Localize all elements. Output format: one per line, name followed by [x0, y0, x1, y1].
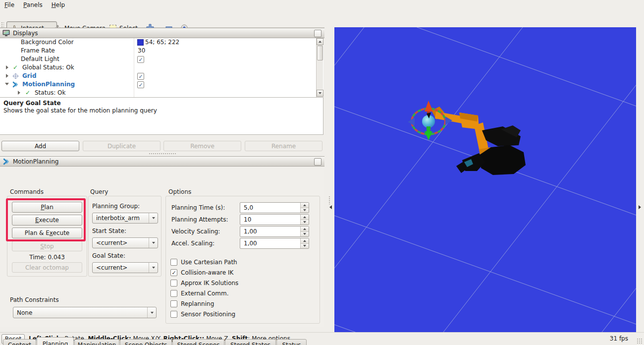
motionplanning-panel-header[interactable]: MotionPlanning [0, 156, 324, 167]
description-title: Query Goal State [3, 100, 61, 107]
remove-display-button: Remove [163, 141, 241, 151]
path-constraints-combobox[interactable]: None [13, 307, 157, 318]
options-group-label: Options [168, 188, 191, 195]
velocity-scaling-spinbox[interactable]: 1,00 [240, 226, 309, 237]
goal-state-combobox[interactable]: <current> [92, 262, 158, 273]
checkbox[interactable] [170, 259, 177, 266]
start-state-combobox[interactable]: <current> [92, 237, 158, 248]
tree-row-grid[interactable]: Grid ✓ [0, 72, 316, 80]
grid-enabled-checkbox[interactable]: ✓ [137, 73, 144, 80]
approx-ik-solutions-option[interactable]: Approx IK Solutions [170, 279, 238, 287]
displays-monitor-icon [2, 30, 10, 36]
tab-manipulation[interactable]: Manipulation [74, 339, 119, 345]
expander-collapsed-icon[interactable] [6, 65, 8, 69]
planning-group-combobox[interactable]: interbotix_arm [92, 213, 158, 224]
motionplanning-float-button[interactable] [314, 158, 322, 166]
tab-context[interactable]: Context [3, 339, 36, 345]
rename-display-button: Rename [245, 141, 322, 151]
spin-up-button[interactable] [301, 238, 309, 244]
left-splitter[interactable] [324, 27, 334, 332]
spin-up-button[interactable] [301, 203, 309, 208]
sensor-positioning-option[interactable]: Sensor Positioning [170, 310, 235, 318]
replanning-option[interactable]: Replanning [170, 300, 214, 308]
accel-scaling-spinbox[interactable]: 1,00 [240, 238, 309, 249]
planning-attempts-spinbox[interactable]: 10 [240, 214, 309, 225]
window-resize-grip[interactable] [637, 338, 643, 344]
spin-down-button[interactable] [301, 244, 309, 249]
spin-up-button[interactable] [301, 227, 309, 232]
status-ok-check-icon: ✓ [25, 90, 30, 96]
3d-viewport[interactable] [334, 27, 636, 332]
velocity-scaling-label: Velocity Scaling: [171, 228, 220, 235]
tab-stored-states[interactable]: Stored States [225, 339, 276, 345]
combo-dropdown-arrow [149, 238, 158, 248]
planning-attempts-label: Planning Attempts: [171, 216, 228, 223]
checkbox[interactable]: ✓ [170, 269, 177, 276]
motionplanning-panel-icon [3, 158, 10, 165]
tab-stored-scenes[interactable]: Stored Scenes [172, 339, 224, 345]
expander-collapsed-icon[interactable] [6, 74, 8, 78]
grid-display-icon [12, 73, 19, 79]
scroll-up-button[interactable] [317, 38, 323, 45]
displays-scrollbar[interactable] [316, 38, 323, 97]
3d-scene [334, 27, 636, 332]
planning-time-spinbox[interactable]: 5,0 [240, 202, 309, 213]
combo-dropdown-arrow [149, 213, 158, 223]
tree-row-mp-status[interactable]: ✓ Status: Ok [0, 89, 316, 97]
expander-expanded-icon[interactable] [5, 83, 9, 85]
expand-right-arrow-icon[interactable] [639, 205, 641, 209]
use-cartesian-path-option[interactable]: Use Cartesian Path [170, 258, 237, 266]
spin-up-button[interactable] [301, 215, 309, 220]
current-state-robot [456, 125, 526, 175]
collapse-left-arrow-icon[interactable] [329, 205, 332, 209]
commands-group-label: Commands [10, 188, 44, 195]
tree-row-global-status[interactable]: ✓ Global Status: Ok [0, 63, 316, 72]
scrollbar-thumb[interactable] [317, 46, 323, 60]
menu-help[interactable]: Help [47, 0, 69, 9]
property-row-default-light[interactable]: Default Light ✓ [0, 55, 316, 63]
menu-file[interactable]: File [0, 0, 19, 9]
tab-status[interactable]: Status [276, 339, 307, 345]
menu-panels[interactable]: Panels [19, 0, 47, 9]
path-constraints-label: Path Constraints [10, 296, 59, 303]
tree-row-motionplanning[interactable]: MotionPlanning ✓ [0, 80, 316, 89]
highlight-rectangle [6, 198, 86, 241]
spin-down-button[interactable] [301, 208, 309, 213]
color-swatch [137, 39, 144, 46]
spin-down-button[interactable] [301, 232, 309, 237]
tab-planning[interactable]: Planning [37, 337, 74, 345]
plan-time-value: Time: 0.043 [12, 254, 82, 261]
collision-aware-ik-option[interactable]: ✓ Collision-aware IK [170, 269, 233, 277]
splitter-grip[interactable] [328, 196, 330, 205]
marker-down-arrow-handle[interactable] [425, 131, 432, 140]
displays-panel-header[interactable]: Displays [0, 28, 324, 38]
description-text: Shows the goal state for the motion plan… [3, 107, 157, 114]
interactive-marker[interactable] [408, 101, 452, 140]
combo-dropdown-arrow [147, 307, 156, 318]
checkbox[interactable] [170, 300, 177, 307]
external-comm-option[interactable]: External Comm. [170, 289, 229, 297]
stop-button: Stop [12, 241, 82, 251]
fps-counter: 31 fps [610, 335, 628, 342]
displays-float-button[interactable] [314, 30, 322, 37]
spin-down-button[interactable] [301, 220, 309, 225]
displays-panel-title: Displays [13, 30, 38, 37]
expander-collapsed-icon[interactable] [18, 91, 20, 95]
motionplanning-enabled-checkbox[interactable]: ✓ [137, 81, 144, 88]
status-ok-check-icon: ✓ [13, 64, 18, 70]
property-row-frame-rate[interactable]: Frame Rate 30 [0, 47, 316, 55]
motionplanning-display-icon [12, 81, 19, 88]
panel-splitter-handle[interactable] [149, 153, 176, 155]
goal-state-label: Goal State: [92, 252, 125, 259]
display-description-box: Query Goal State Shows the goal state fo… [0, 97, 323, 135]
checkbox[interactable] [170, 311, 177, 318]
default-light-checkbox[interactable]: ✓ [137, 56, 144, 63]
marker-up-arrow-handle[interactable] [425, 101, 433, 112]
tab-scene-objects[interactable]: Scene Objects [120, 339, 172, 345]
add-display-button[interactable]: Add [1, 141, 79, 151]
right-collapsed-panel-strip[interactable] [636, 27, 644, 332]
scroll-down-button[interactable] [317, 90, 323, 97]
property-row-background-color[interactable]: Background Color 54; 65; 222 [0, 38, 316, 47]
checkbox[interactable] [170, 290, 177, 297]
checkbox[interactable] [170, 280, 177, 287]
